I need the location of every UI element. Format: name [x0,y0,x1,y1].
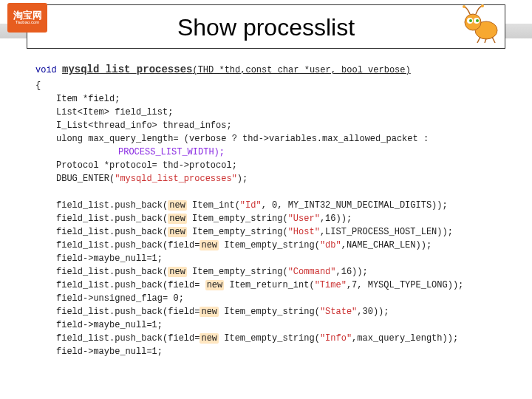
code-line: field->unsigned_flag= 0; [56,292,502,305]
code-line: field_list.push_back(field=new Item_empt… [56,305,502,318]
code-line: I_List<thread_info> thread_infos; [56,119,502,132]
slide: Show processlist 淘宝网 Taobao.com void mys… [0,0,532,399]
code-line: field->maybe_null=1; [56,345,502,358]
code-line: { [35,79,502,92]
slide-title: Show processlist [27,5,505,50]
slide-header: Show processlist [27,4,505,49]
code-line: void mysqld_list_processes(THD *thd,cons… [35,62,502,78]
logo-text-cn: 淘宝网 [13,10,42,20]
logo-text-en: Taobao.com [16,20,40,25]
code-line: field_list.push_back(new Item_empty_stri… [56,225,502,239]
code-line: field_list.push_back(new Item_empty_stri… [56,212,502,225]
code-line: field_list.push_back(field=new Item_empt… [56,239,502,252]
code-line: field_list.push_back(new Item_int("Id", … [56,199,502,212]
code-line: Protocol *protocol= thd->protocol; [56,159,502,172]
code-line: field_list.push_back(field= new Item_ret… [56,279,502,292]
svg-point-7 [481,4,484,7]
function-name: mysqld_list_processes [62,64,192,75]
svg-point-3 [469,19,472,22]
code-line: PROCESS_LIST_WIDTH); [118,146,502,159]
code-line: field_list.push_back(new Item_empty_stri… [56,265,502,279]
code-line [35,185,502,199]
code-line: field->maybe_null=1; [56,252,502,265]
taobao-logo-icon: 淘宝网 Taobao.com [7,3,47,33]
code-line: ulong max_query_length= (verbose ? thd->… [56,132,502,146]
code-line: field_list.push_back(field=new Item_empt… [56,332,502,345]
code-line: DBUG_ENTER("mysqld_list_processes"); [56,172,502,185]
code-line: field->maybe_null=1; [56,318,502,332]
ant-mascot-icon [457,4,502,43]
code-line: Item *field; [56,92,502,106]
code-block: void mysqld_list_processes(THD *thd,cons… [35,62,502,358]
svg-point-5 [476,19,479,22]
svg-point-6 [463,5,466,8]
code-line: List<Item> field_list; [56,106,502,119]
